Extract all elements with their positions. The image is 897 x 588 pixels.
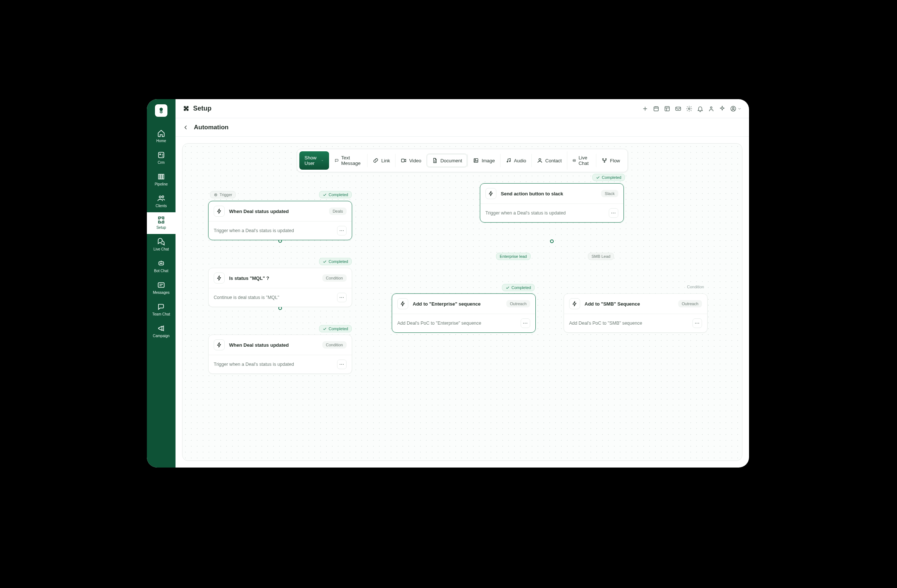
subheader-title: Automation xyxy=(194,124,228,131)
svg-rect-0 xyxy=(159,152,164,158)
tool-label-document: Document xyxy=(440,158,462,164)
tool-label-audio: Audio xyxy=(514,158,526,164)
node-body: Continue is deal status is "MQL" ··· xyxy=(208,288,352,307)
node-desc: Trigger when a Deal's status is updated xyxy=(214,228,294,233)
node-tag: Condition xyxy=(322,274,347,282)
sidebar-item-crm[interactable]: Crm xyxy=(147,147,176,169)
sidebar-item-teamchat[interactable]: Team Chat xyxy=(147,299,176,321)
node-body: Add Deal's PoC to "SMB" sequence ··· xyxy=(564,314,707,332)
sidebar-item-setup[interactable]: Setup xyxy=(147,212,176,234)
bolt-icon xyxy=(214,273,225,283)
tool-contact[interactable]: Contact xyxy=(531,154,567,167)
sidebar-item-messages[interactable]: Messages xyxy=(147,277,176,299)
svg-point-24 xyxy=(574,160,575,161)
calendar-icon[interactable] xyxy=(653,106,660,112)
check-icon xyxy=(323,327,327,331)
gear-icon[interactable] xyxy=(686,106,692,112)
botchat-icon xyxy=(157,259,165,267)
svg-point-23 xyxy=(539,159,540,161)
crm-icon xyxy=(157,151,165,159)
svg-rect-13 xyxy=(676,107,681,110)
node-more-button[interactable]: ··· xyxy=(337,226,347,236)
node-more-button[interactable]: ··· xyxy=(337,360,347,369)
svg-rect-2 xyxy=(159,175,160,179)
svg-point-29 xyxy=(605,159,606,160)
sidebar-item-livechat[interactable]: Live Chat xyxy=(147,234,176,256)
node-more-button[interactable]: ··· xyxy=(609,208,618,218)
avatar-menu[interactable] xyxy=(730,106,742,112)
tool-link[interactable]: Link xyxy=(367,154,395,167)
users-icon[interactable] xyxy=(708,106,715,112)
sidebar-item-botchat[interactable]: Bot Chat xyxy=(147,256,176,277)
tool-image[interactable]: Image xyxy=(468,154,500,167)
bell-icon[interactable] xyxy=(697,106,704,112)
messages-icon xyxy=(157,281,165,289)
tool-video[interactable]: Video xyxy=(395,154,426,167)
svg-point-5 xyxy=(159,196,162,198)
automation-canvas[interactable]: Show User Text Message Link Video xyxy=(182,143,742,461)
node-slack-action[interactable]: Send action button to slack Slack Trigge… xyxy=(480,183,624,222)
show-user-button[interactable]: Show User xyxy=(299,151,329,170)
bolt-icon xyxy=(214,206,225,217)
sidebar-item-clients[interactable]: Clients xyxy=(147,191,176,212)
node-trigger-deal-updated[interactable]: When Deal status updated Deals Trigger w… xyxy=(208,201,352,240)
pipeline-icon xyxy=(157,173,165,181)
sidebar-label-teamchat: Team Chat xyxy=(152,312,170,316)
tool-label-flow: Flow xyxy=(610,158,620,164)
tool-text-message[interactable]: Text Message xyxy=(329,151,367,170)
completed-badge: Completed xyxy=(319,258,352,265)
tool-livechat[interactable]: Live Chat xyxy=(567,151,596,170)
node-more-button[interactable]: ··· xyxy=(520,318,530,328)
completed-badge: Completed xyxy=(319,325,352,332)
svg-rect-11 xyxy=(654,107,658,110)
sidebar-label-livechat: Live Chat xyxy=(153,247,169,251)
svg-point-21 xyxy=(507,161,508,162)
bolt-icon xyxy=(569,298,580,309)
app-window: Home Crm Pipeline Clients Setup Live Cha… xyxy=(147,99,749,467)
sidebar-label-home: Home xyxy=(156,139,166,143)
node-is-status-mql[interactable]: Is status "MQL" ? Condition Continue is … xyxy=(208,268,352,307)
tool-audio[interactable]: Audio xyxy=(500,154,531,167)
node-deal-updated-condition[interactable]: When Deal status updated Condition Trigg… xyxy=(208,335,352,374)
svg-rect-19 xyxy=(474,159,478,163)
node-head: Is status "MQL" ? Condition xyxy=(208,268,352,288)
svg-point-8 xyxy=(160,263,161,264)
check-icon xyxy=(323,260,327,264)
completed-badge: Completed xyxy=(592,174,625,181)
svg-point-25 xyxy=(573,160,574,161)
sidebar-item-pipeline[interactable]: Pipeline xyxy=(147,169,176,191)
node-more-button[interactable]: ··· xyxy=(692,318,702,328)
node-smb-sequence[interactable]: Add to "SMB" Sequence Outreach Add Deal'… xyxy=(563,294,707,333)
node-body: Trigger when a Deal's status is updated … xyxy=(208,355,352,374)
sidebar-item-campaign[interactable]: Campaign xyxy=(147,321,176,342)
node-enterprise-sequence[interactable]: Add to "Enterprise" sequence Outreach Ad… xyxy=(392,294,536,333)
node-tag: Deals xyxy=(329,208,347,215)
target-icon xyxy=(214,193,218,197)
sidebar-item-home[interactable]: Home xyxy=(147,126,176,147)
node-tag: Outreach xyxy=(678,300,702,308)
layout-icon[interactable] xyxy=(664,106,670,112)
node-head: When Deal status updated Condition xyxy=(208,335,352,355)
svg-point-1 xyxy=(160,154,161,155)
node-port[interactable] xyxy=(550,239,554,243)
logo-icon xyxy=(158,107,165,114)
canvas-wrap: Show User Text Message Link Video xyxy=(176,136,749,467)
check-icon xyxy=(505,286,510,290)
sparkle-icon[interactable] xyxy=(719,106,726,112)
node-tag: Outreach xyxy=(506,300,530,308)
trigger-badge: Trigger xyxy=(210,191,236,198)
node-tag: Slack xyxy=(601,190,618,197)
node-more-button[interactable]: ··· xyxy=(337,293,347,302)
tool-flow[interactable]: Flow xyxy=(596,154,625,167)
node-desc: Add Deal's PoC to "Enterprise" sequence xyxy=(397,321,481,326)
plus-icon[interactable] xyxy=(642,106,648,112)
tool-document[interactable]: Document xyxy=(426,153,467,167)
node-title: When Deal status updated xyxy=(229,342,318,348)
teamchat-icon xyxy=(157,303,165,311)
speech-icon xyxy=(335,158,338,164)
back-arrow-icon[interactable] xyxy=(183,124,189,130)
mail-icon[interactable] xyxy=(675,106,681,112)
check-icon xyxy=(323,193,327,197)
completed-badge: Completed xyxy=(502,284,534,291)
bolt-icon xyxy=(485,188,496,199)
